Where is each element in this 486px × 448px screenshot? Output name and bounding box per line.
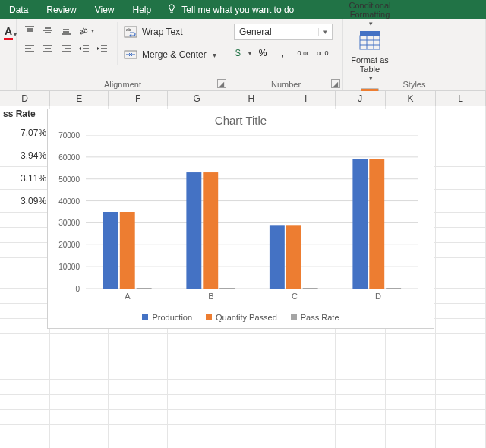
svg-rect-60 [286,225,301,289]
chevron-down-icon: ▾ [213,51,216,59]
chart-y-axis: 010000200003000040000500006000070000 [48,135,83,289]
col-header[interactable]: I [276,91,335,106]
font-color-button[interactable]: A ▾ [2,22,18,46]
col-header[interactable]: J [336,91,386,106]
conditional-formatting-label: Conditional Formatting [348,1,392,19]
svg-rect-57 [203,172,218,289]
legend-item[interactable]: Production [142,313,192,322]
svg-rect-59 [270,225,285,289]
table-row[interactable] [0,440,486,448]
svg-text:.0: .0 [323,49,329,57]
worksheet[interactable]: D E F G H I J K L ss Rate 7.07% 3.94% 3.… [0,91,486,448]
col-header[interactable]: E [50,91,109,106]
increase-indent-button[interactable] [94,40,111,57]
wrap-text-icon: ab [124,25,137,39]
accounting-format-button[interactable]: $▾ [234,45,252,62]
merge-center-button[interactable]: Merge & Center ▾ [121,45,219,65]
merge-center-icon [124,48,137,62]
menu-bar: Data Review View Help Tell me what you w… [0,0,486,19]
format-as-table-icon [357,28,383,52]
wrap-text-label: Wrap Text [142,27,183,37]
svg-rect-55 [137,288,152,289]
chevron-down-icon: ▾ [318,28,332,36]
svg-text:$: $ [235,48,241,58]
svg-rect-38 [360,36,380,49]
decrease-indent-button[interactable] [76,40,93,57]
legend-item[interactable]: Pass Rate [291,313,339,322]
table-row[interactable] [0,349,486,364]
merge-center-label: Merge & Center [142,49,207,60]
table-row[interactable] [0,410,486,425]
cell[interactable]: 7.07% [0,121,50,144]
tell-me-label: Tell me what you want to do [181,5,294,15]
align-left-button[interactable] [21,40,38,57]
chart-legend: Production Quantity Passed Pass Rate [48,313,434,322]
svg-text:ab: ab [126,27,131,32]
svg-rect-56 [186,172,201,289]
table-row[interactable] [0,425,486,440]
svg-text:ab: ab [78,25,90,36]
svg-text:.00: .00 [301,50,309,57]
increase-decimal-button[interactable]: .0.00 [293,45,311,62]
comma-format-button[interactable]: , [273,45,292,62]
number-launcher[interactable]: ◢ [331,79,340,88]
col-header[interactable]: K [386,91,436,106]
format-as-table-label: Format as Table [348,55,392,74]
svg-rect-62 [352,159,368,289]
cell[interactable]: 3.94% [0,144,50,166]
svg-rect-58 [219,288,235,289]
styles-group-label: Styles [343,80,485,89]
number-group-label: Number [229,80,342,89]
wrap-text-button[interactable]: ab Wrap Text [121,22,219,42]
number-format-value: General [235,27,318,37]
alignment-group: ab▾ ab Wrap Text Merge & Center [17,19,229,90]
format-as-table-button[interactable]: Format as Table▾ [348,27,392,80]
table-row[interactable] [0,395,486,410]
alignment-launcher[interactable]: ◢ [217,79,226,88]
styles-group: Conditional Formatting▾ Format as Table▾… [343,19,486,90]
align-top-button[interactable] [21,22,38,39]
conditional-formatting-button[interactable]: Conditional Formatting▾ [348,0,392,25]
svg-rect-53 [103,212,118,289]
col-header[interactable]: D [0,91,50,106]
table-row[interactable] [0,380,486,395]
align-center-button[interactable] [39,40,56,57]
column-headers: D E F G H I J K L [0,91,486,106]
legend-item[interactable]: Quantity Passed [206,313,277,322]
table-row[interactable] [0,334,486,349]
chart-title[interactable]: Chart Title [48,109,434,128]
svg-text:.0: .0 [295,49,301,57]
ribbon: A ▾ ab▾ [0,19,486,91]
col-header[interactable]: L [436,91,486,106]
percent-format-button[interactable]: % [254,45,272,62]
orientation-button[interactable]: ab▾ [76,22,96,39]
alignment-group-label: Alignment [17,80,229,89]
cell[interactable]: ss Rate [0,106,50,121]
cell[interactable]: 3.11% [0,167,50,189]
menu-review[interactable]: Review [37,0,85,19]
decrease-decimal-button[interactable]: .00.0 [313,45,331,62]
svg-rect-64 [386,288,401,289]
svg-rect-61 [303,288,318,289]
font-group: A ▾ [0,19,17,90]
table-row[interactable] [0,364,486,380]
tell-me[interactable]: Tell me what you want to do [160,3,294,16]
number-format-dropdown[interactable]: General ▾ [234,24,333,40]
embedded-chart[interactable]: Chart Title 0100002000030000400005000060… [47,109,434,329]
lightbulb-icon [166,3,177,16]
svg-rect-37 [360,31,380,36]
col-header[interactable]: F [109,91,167,106]
menu-view[interactable]: View [86,0,124,19]
number-group: General ▾ $▾ % , .0.00 .00.0 Number ◢ [229,19,343,90]
col-header[interactable]: H [226,91,276,106]
align-bottom-button[interactable] [58,22,74,39]
cell[interactable]: 3.09% [0,190,50,212]
menu-data[interactable]: Data [0,0,37,19]
align-middle-button[interactable] [39,22,56,39]
align-right-button[interactable] [58,40,74,57]
chart-plot-area [86,135,418,289]
svg-rect-63 [369,159,384,289]
svg-rect-54 [120,212,135,289]
menu-help[interactable]: Help [124,0,161,19]
col-header[interactable]: G [168,91,226,106]
